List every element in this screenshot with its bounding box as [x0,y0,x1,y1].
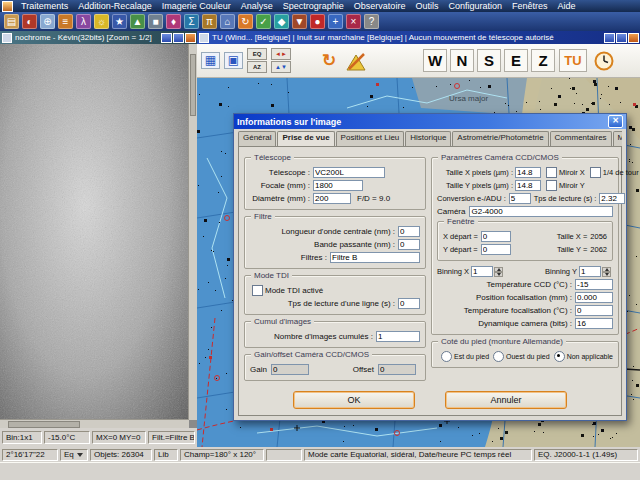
peak-icon[interactable]: ▲ [130,14,145,29]
spectro-icon[interactable]: λ [76,14,91,29]
quart-tour-checkbox[interactable] [590,167,601,178]
focale-input[interactable] [313,180,363,191]
help-icon[interactable]: ? [364,14,379,29]
dialog-close-icon[interactable]: ✕ [608,115,623,128]
observatory-icon[interactable]: ⌂ [220,14,235,29]
compass-e-button[interactable]: E [504,49,528,72]
sun-icon[interactable]: ☼ [94,14,109,29]
compass-n-button[interactable]: N [450,49,474,72]
menu-analyse[interactable]: Analyse [236,0,278,12]
tu-button[interactable]: TU [559,49,587,72]
flip-vertical-icon[interactable]: ▲▼ [271,61,291,73]
reticle-icon[interactable]: ▦ [201,52,220,69]
photometry-icon[interactable]: ♦ [166,14,181,29]
menu-configuration[interactable]: Configuration [443,0,507,12]
gem-icon[interactable]: ◆ [274,14,289,29]
spinner-down-icon[interactable] [494,272,503,277]
longueur-input[interactable] [398,226,420,237]
menu-imagerie-couleur[interactable]: Imagerie Couleur [157,0,236,12]
open-image-icon[interactable]: ▤ [4,14,19,29]
menu-aide[interactable]: Aide [552,0,580,12]
az-mode-button[interactable]: AZ [247,61,267,73]
dyn-input[interactable] [575,318,613,329]
screens-icon[interactable]: ▣ [224,52,243,69]
map-window-titlebar[interactable]: TU (Wind... [Belgique] | Inuit sur march… [197,31,640,44]
compass-w-button[interactable]: W [423,49,447,72]
restore-button[interactable] [173,33,184,43]
add-icon[interactable]: + [328,14,343,29]
conversion-input[interactable] [509,193,531,204]
close-button[interactable] [185,33,196,43]
map-restore-button[interactable] [616,33,627,43]
tab-1[interactable]: Prise de vue [277,131,334,146]
cancel-button[interactable]: Annuler [445,391,567,409]
taille-y-input[interactable] [515,180,541,191]
binning-x-input[interactable] [471,266,493,277]
horizontal-scrollbar[interactable] [0,419,189,428]
bande-input[interactable] [398,239,420,250]
tab-4[interactable]: Astrométrie/Photométrie [452,131,548,146]
menu-traitements[interactable]: Traitements [16,0,73,12]
radio-non-applicable[interactable] [554,351,565,362]
eq-mode-button[interactable]: EQ [247,48,267,60]
tab-2[interactable]: Positions et Lieu [336,131,405,146]
camera-input[interactable] [469,206,613,217]
check-icon[interactable]: ✓ [256,14,271,29]
telescope-input[interactable] [313,167,385,178]
close-icon[interactable]: × [346,14,361,29]
refresh-map-icon[interactable]: ↻ [319,51,339,71]
menu-fen-tres[interactable]: Fenêtres [507,0,553,12]
filtres-input[interactable] [330,252,420,263]
radio-est-du-pied[interactable] [441,351,452,362]
menu-addition-recalage[interactable]: Addition-Recalage [73,0,157,12]
drawing-tools-icon[interactable] [345,50,367,72]
clock-icon[interactable] [593,50,615,72]
coordinate-mode-select[interactable]: Eq [60,449,88,461]
miroir-y-checkbox[interactable] [546,180,557,191]
binning-y-stepper[interactable] [579,266,611,277]
tab-5[interactable]: Commentaires [550,131,612,146]
compass-z-button[interactable]: Z [531,49,555,72]
taille-x-input[interactable] [515,167,541,178]
x-depart-input[interactable] [481,231,511,242]
sum-icon[interactable]: Σ [184,14,199,29]
visualisation-icon[interactable]: ◐ [22,14,37,29]
flip-horizontal-icon[interactable]: ◄► [271,48,291,60]
image-viewport[interactable] [0,44,198,428]
vertical-scroll-thumb[interactable] [190,54,196,116]
spinner-down-icon[interactable] [602,272,611,277]
ok-button[interactable]: OK [293,391,415,409]
menu-outils[interactable]: Outils [410,0,443,12]
binning-y-input[interactable] [579,266,601,277]
nombre-input[interactable] [376,331,420,342]
temp-foc-input[interactable] [575,305,613,316]
radio-ouest-du-pied[interactable] [493,351,504,362]
pos-foc-input[interactable] [575,292,613,303]
refresh-icon[interactable]: ↻ [238,14,253,29]
compass-s-button[interactable]: S [477,49,501,72]
tdi-checkbox[interactable] [252,285,263,296]
matrix-icon[interactable]: ■ [148,14,163,29]
tab-3[interactable]: Historique [405,131,451,146]
map-close-button[interactable] [628,33,639,43]
menu-observatoire[interactable]: Observatoire [349,0,411,12]
dialog-titlebar[interactable]: Informations sur l'image ✕ [234,114,626,129]
tps-ligne-input[interactable] [398,298,420,309]
zoom-icon[interactable]: ⊕ [40,14,55,29]
miroir-x-checkbox[interactable] [546,167,557,178]
tab-0[interactable]: Général [238,131,276,146]
vertical-scrollbar[interactable] [188,44,197,420]
binning-x-stepper[interactable] [471,266,503,277]
map-minimize-button[interactable] [604,33,615,43]
y-depart-input[interactable] [481,244,511,255]
image-window-titlebar[interactable]: nochrome - Kévin(32bits) [Zoom = 1/2] [0,31,197,44]
tab-6[interactable]: Météo [613,131,622,146]
temp-ccd-input[interactable] [575,279,613,290]
star-analysis-icon[interactable]: ★ [112,14,127,29]
histogram-icon[interactable]: ≡ [58,14,73,29]
horizontal-scroll-thumb[interactable] [8,421,80,428]
down-icon[interactable]: ▼ [292,14,307,29]
menu-spectrographie[interactable]: Spectrographie [278,0,349,12]
record-icon[interactable]: ● [310,14,325,29]
diametre-input[interactable] [313,193,351,204]
